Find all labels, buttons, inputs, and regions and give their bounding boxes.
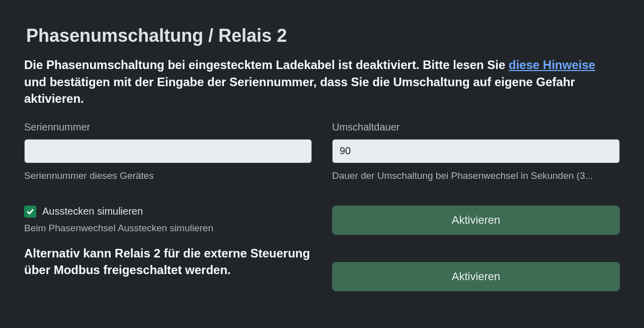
switch-duration-label: Umschaltdauer bbox=[332, 121, 620, 133]
switch-duration-help: Dauer der Umschaltung bei Phasenwechsel … bbox=[332, 170, 620, 181]
hints-link[interactable]: diese Hinweise bbox=[509, 58, 595, 72]
description-text-before: Die Phasenumschaltung bei eingestecktem … bbox=[24, 58, 509, 72]
serial-number-group: Seriennummer Seriennummer dieses Gerätes bbox=[24, 121, 312, 181]
description-text-after: und bestätigen mit der Eingabe der Serie… bbox=[24, 75, 575, 106]
checkbox-checked-icon bbox=[24, 206, 36, 218]
page-title: Phasenumschaltung / Relais 2 bbox=[26, 25, 620, 46]
serial-number-label: Seriennummer bbox=[24, 121, 312, 133]
serial-number-input[interactable] bbox=[24, 139, 312, 163]
simulate-unplug-help: Beim Phasenwechsel Ausstecken simulieren bbox=[24, 223, 312, 234]
warning-description: Die Phasenumschaltung bei eingestecktem … bbox=[24, 56, 620, 107]
activate-phase-switching-button[interactable]: Aktivieren bbox=[332, 206, 620, 235]
simulate-unplug-checkbox-row[interactable]: Ausstecken simulieren bbox=[24, 206, 312, 218]
serial-number-help: Seriennummer dieses Gerätes bbox=[24, 170, 312, 181]
switch-duration-input[interactable] bbox=[332, 139, 620, 163]
modbus-alternative-text: Alternativ kann Relais 2 für die externe… bbox=[24, 245, 312, 279]
activate-modbus-button[interactable]: Aktivieren bbox=[332, 262, 620, 291]
simulate-unplug-label: Ausstecken simulieren bbox=[42, 206, 143, 217]
switch-duration-group: Umschaltdauer Dauer der Umschaltung bei … bbox=[332, 121, 620, 181]
